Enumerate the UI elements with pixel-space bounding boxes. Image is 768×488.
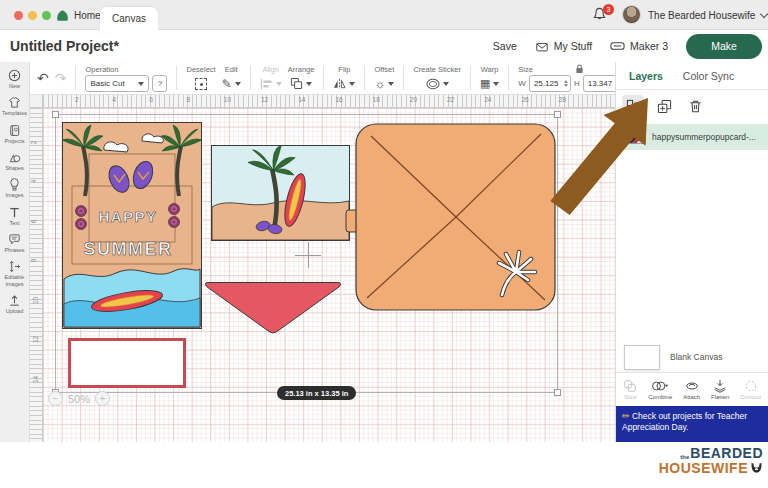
ruler-corner bbox=[30, 95, 43, 108]
combine-button[interactable]: Combine bbox=[648, 379, 672, 400]
chevron-down-icon bbox=[760, 9, 768, 17]
crosshair-icon bbox=[308, 242, 309, 268]
zoom-in-button[interactable]: + bbox=[95, 391, 110, 406]
sidebar-label: Projects bbox=[5, 138, 25, 144]
toolbar: ↶ ↷ Operation Basic Cut ? Deselect Edit … bbox=[30, 62, 615, 95]
my-stuff-label: My Stuff bbox=[554, 40, 592, 52]
save-button[interactable]: Save bbox=[493, 40, 517, 52]
blank-canvas-swatch[interactable] bbox=[624, 345, 660, 370]
create-sticker-icon bbox=[426, 78, 440, 90]
header: Untitled Project* Save My Stuff Maker 3 … bbox=[0, 30, 768, 62]
edit-button[interactable]: Edit ✎ bbox=[219, 65, 244, 91]
caret-down-icon bbox=[235, 82, 241, 86]
caret-down-icon bbox=[443, 82, 449, 86]
sidebar-label: Upload bbox=[6, 308, 23, 314]
sidebar-item-new[interactable]: New bbox=[0, 67, 30, 91]
deselect-icon bbox=[195, 78, 207, 90]
logo-word1: BEARDED bbox=[690, 446, 763, 460]
align-label: Align bbox=[262, 65, 279, 74]
canvas-area[interactable]: 246810121416182022242628 02468101214 bbox=[30, 95, 615, 442]
blank-canvas-label: Blank Canvas bbox=[670, 352, 722, 362]
annotation-arrow bbox=[548, 86, 668, 218]
design-summer-card[interactable]: HAPPY SUMMER bbox=[62, 122, 202, 329]
blank-canvas-row[interactable]: Blank Canvas bbox=[616, 342, 768, 372]
tab-color-sync[interactable]: Color Sync bbox=[683, 70, 734, 82]
caret-down-icon bbox=[306, 82, 312, 86]
logo-word2: HOUSEWIFE bbox=[659, 461, 748, 475]
sidebar-item-shapes[interactable]: Shapes bbox=[0, 149, 30, 173]
action-label: Flatten bbox=[711, 394, 729, 400]
design-beach-scene[interactable] bbox=[211, 145, 350, 241]
deselect-button[interactable]: Deselect bbox=[183, 65, 218, 91]
app-window: Home Canvas 3 The Bearded Housewife Unti… bbox=[0, 0, 768, 442]
promo-banner[interactable]: ✏ Check out projects for Teacher Appreci… bbox=[616, 406, 768, 442]
flip-button[interactable]: Flip bbox=[330, 65, 358, 91]
size-label: Size bbox=[518, 65, 533, 74]
zoom-out-button[interactable]: − bbox=[48, 391, 63, 406]
close-window-button[interactable] bbox=[14, 11, 23, 20]
design-envelope[interactable] bbox=[345, 122, 558, 312]
size-tooltip: 25.13 in x 13.35 in bbox=[277, 386, 356, 400]
delete-button[interactable] bbox=[684, 95, 706, 117]
tab-layers[interactable]: Layers bbox=[629, 70, 663, 82]
arrange-button[interactable]: Arrange bbox=[285, 65, 318, 91]
machine-select[interactable]: Maker 3 bbox=[610, 40, 668, 52]
ruler-top: 246810121416182022242628 bbox=[30, 95, 615, 108]
operation-value: Basic Cut bbox=[90, 79, 124, 88]
redo-button[interactable]: ↷ bbox=[52, 71, 70, 85]
minimize-window-button[interactable] bbox=[28, 11, 37, 20]
caret-down-icon bbox=[493, 82, 499, 86]
sidebar-item-phrases[interactable]: Phrases bbox=[0, 231, 30, 255]
speech-bubble-icon bbox=[8, 233, 21, 246]
sidebar-label: Editable Images bbox=[0, 274, 30, 287]
sidebar-item-text[interactable]: Text bbox=[0, 204, 30, 228]
lock-icon[interactable] bbox=[575, 64, 584, 74]
selection-handle-tl[interactable] bbox=[52, 111, 59, 118]
sidebar-label: Templates bbox=[2, 110, 27, 116]
notifications-button[interactable]: 3 bbox=[592, 6, 616, 26]
create-sticker-button[interactable]: Create Sticker bbox=[410, 65, 464, 91]
offset-label: Offset bbox=[374, 65, 394, 74]
attach-button[interactable]: Attach bbox=[683, 379, 700, 400]
caret-down-icon bbox=[138, 82, 144, 86]
editable-images-icon bbox=[8, 260, 21, 273]
sidebar-item-images[interactable]: Images bbox=[0, 176, 30, 200]
maximize-window-button[interactable] bbox=[42, 11, 51, 20]
user-menu[interactable]: The Bearded Housewife bbox=[648, 0, 767, 30]
cricut-home-icon bbox=[56, 9, 69, 22]
tab-home[interactable]: Home bbox=[56, 0, 101, 30]
operation-label: Operation bbox=[85, 65, 118, 74]
sidebar-item-editable-images[interactable]: Editable Images bbox=[0, 258, 30, 289]
text-icon bbox=[8, 206, 21, 219]
arrange-icon bbox=[290, 77, 303, 90]
undo-button[interactable]: ↶ bbox=[34, 71, 52, 85]
balloon-icon bbox=[8, 178, 21, 191]
design-red-triangle[interactable] bbox=[203, 281, 343, 335]
plus-circle-icon bbox=[8, 69, 21, 82]
operation-select[interactable]: Basic Cut bbox=[85, 75, 149, 92]
banner-message: Check out projects for Teacher Appreciat… bbox=[622, 411, 747, 432]
selection-handle-br[interactable] bbox=[554, 389, 561, 396]
make-button[interactable]: Make bbox=[686, 34, 762, 59]
sidebar-item-projects[interactable]: Projects bbox=[0, 122, 30, 146]
warp-button[interactable]: Warp ▦ bbox=[477, 65, 502, 91]
sidebar-item-templates[interactable]: Templates bbox=[0, 94, 30, 118]
action-label: Combine bbox=[648, 394, 672, 400]
card-word-summer: SUMMER bbox=[84, 239, 173, 259]
titlebar: Home Canvas 3 The Bearded Housewife bbox=[0, 0, 768, 30]
help-button[interactable]: ? bbox=[152, 75, 167, 92]
left-sidebar: New Templates Projects Shapes Images Tex… bbox=[0, 62, 30, 442]
sidebar-item-upload[interactable]: Upload bbox=[0, 292, 30, 316]
contour-icon bbox=[744, 379, 758, 393]
sidebar-label: New bbox=[9, 83, 20, 89]
flatten-button[interactable]: Flatten bbox=[711, 379, 729, 400]
design-insert-rectangle[interactable] bbox=[68, 338, 186, 388]
user-name: The Bearded Housewife bbox=[648, 10, 755, 21]
upload-icon bbox=[8, 294, 21, 307]
avatar[interactable] bbox=[622, 5, 641, 24]
my-stuff-button[interactable]: My Stuff bbox=[535, 40, 592, 53]
tab-canvas[interactable]: Canvas bbox=[100, 7, 158, 30]
flip-label: Flip bbox=[338, 65, 350, 74]
width-label: W bbox=[518, 79, 526, 88]
offset-button[interactable]: Offset ☼ bbox=[371, 65, 397, 91]
